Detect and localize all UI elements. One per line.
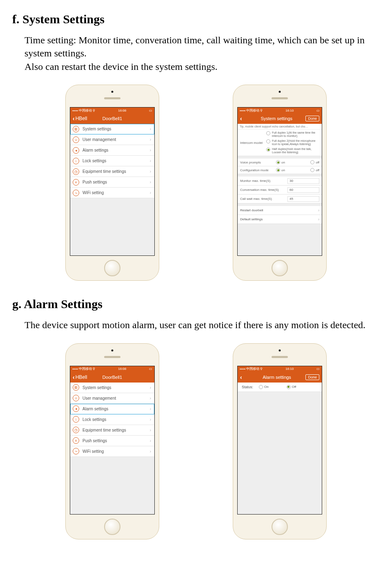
row-label: Push settings xyxy=(82,439,150,443)
config-mode-row: Configuration mode on off xyxy=(238,166,322,174)
section-g-body: The device support motion alarm, user ca… xyxy=(24,318,380,331)
battery-icon: ▭ xyxy=(149,367,152,371)
list-item-system-settings[interactable]: ⊞System settings› xyxy=(70,124,154,134)
config-mode-on[interactable]: on xyxy=(276,168,285,172)
nav-bar: ‹ HBell DoorBell1 xyxy=(70,113,154,124)
chevron-left-icon: ‹ xyxy=(240,374,242,380)
radio-off-icon xyxy=(310,168,314,172)
row-icon: ≡ xyxy=(73,437,79,444)
home-button[interactable] xyxy=(104,519,120,535)
list-item-wifi-setting[interactable]: ⏦WiFi setting› xyxy=(70,446,154,457)
tip-text: Tip, mobile client support echo cancella… xyxy=(238,124,322,130)
restart-doorbell-row[interactable]: Restart doorbell › xyxy=(238,206,322,215)
home-button[interactable] xyxy=(104,260,120,276)
back-button[interactable]: ‹ xyxy=(240,116,242,121)
done-button[interactable]: Done xyxy=(305,116,319,121)
list-item-push-settings[interactable]: ≡Push settings› xyxy=(70,177,154,188)
row-icon: ⏦ xyxy=(73,448,79,454)
list-item-alarm-settings[interactable]: ◂Alarm settings› xyxy=(70,404,154,414)
back-button[interactable]: ‹ xyxy=(240,374,242,380)
list-item-equipment-time-settings[interactable]: ◷Equipment time settings› xyxy=(70,166,154,177)
radio-icon xyxy=(266,131,270,135)
intercom-option-2[interactable]: Half duplex(Hold down the talk, Loosen t… xyxy=(266,148,319,154)
row-icon: ◂ xyxy=(73,405,79,412)
list-item-alarm-settings[interactable]: ◂Alarm settings› xyxy=(70,145,154,156)
voice-prompts-label: Voice prompts xyxy=(240,161,273,164)
back-label: HBell xyxy=(76,116,87,121)
conversation-time-input[interactable]: 60 xyxy=(287,187,319,193)
section-g-heading: g. Alarm Settings xyxy=(12,297,380,311)
chevron-right-icon: › xyxy=(150,148,151,152)
intercom-option-text: Full duplex 1(At the same time the inter… xyxy=(272,131,319,138)
voice-prompts-on[interactable]: on xyxy=(276,160,285,164)
radio-on-icon xyxy=(276,168,280,172)
intercom-option-text: Half duplex(Hold down the talk, Loosen t… xyxy=(272,148,319,154)
row-icon: ◷ xyxy=(73,427,79,433)
row-label: System settings xyxy=(82,127,150,131)
chevron-right-icon: › xyxy=(318,217,319,222)
status-bar: ••••• 中国移动 ⚲ 16:08 ▭ xyxy=(70,107,154,113)
list-item-system-settings[interactable]: ⊞System settings› xyxy=(70,383,154,393)
nav-bar: ‹ HBell DoorBell1 xyxy=(70,372,154,383)
status-time: 16:10 xyxy=(285,367,294,371)
list-item-push-settings[interactable]: ≡Push settings› xyxy=(70,436,154,446)
battery-icon: ▭ xyxy=(149,109,152,112)
back-button[interactable]: ‹ HBell xyxy=(73,116,87,121)
chevron-right-icon: › xyxy=(150,428,151,432)
home-button[interactable] xyxy=(272,519,288,535)
list-item-lock-settings[interactable]: ⌂Lock settings› xyxy=(70,156,154,166)
done-button[interactable]: Done xyxy=(305,374,319,380)
row-icon: ☺ xyxy=(73,395,79,401)
monitor-time-input[interactable]: 30 xyxy=(287,178,319,184)
voice-prompts-off[interactable]: off xyxy=(310,160,319,164)
config-mode-off[interactable]: off xyxy=(310,168,319,172)
default-settings-row[interactable]: Default settings › xyxy=(238,215,322,224)
battery-icon: ▭ xyxy=(316,367,320,371)
phone-speaker xyxy=(104,356,120,358)
carrier: ••••• 中国移动 ⚲ xyxy=(72,367,95,371)
list-item-wifi-setting[interactable]: ⏦WiFi setting› xyxy=(70,188,154,198)
intercom-option-0[interactable]: Full duplex 1(At the same time the inter… xyxy=(266,131,319,138)
intercom-model-row: Intercom model Full duplex 1(At the same… xyxy=(238,130,322,156)
phone-f1-screen: ••••• 中国移动 ⚲ 16:08 ▭ ‹ HBell DoorBell1 ⊞… xyxy=(70,107,155,256)
row-label: Push settings xyxy=(82,180,150,184)
chevron-right-icon: › xyxy=(150,449,151,454)
alarm-off-option[interactable]: Off xyxy=(287,385,296,389)
radio-icon xyxy=(259,385,263,389)
list-item-equipment-time-settings[interactable]: ◷Equipment time settings› xyxy=(70,425,154,436)
home-button[interactable] xyxy=(272,260,288,276)
chevron-right-icon: › xyxy=(150,137,151,142)
config-mode-label: Configuration mode xyxy=(240,168,273,172)
alarm-on-option[interactable]: On xyxy=(259,385,269,389)
chevron-right-icon: › xyxy=(318,208,319,213)
phone-f2-screen: ••••• 中国移动 ⚲ 16:10 ▭ ‹ System settings D… xyxy=(237,107,322,256)
battery-icon: ▭ xyxy=(316,109,320,112)
row-icon: ⌂ xyxy=(73,158,79,164)
list-item-lock-settings[interactable]: ⌂Lock settings› xyxy=(70,414,154,425)
row-label: Lock settings xyxy=(82,159,150,163)
settings-list: ⊞System settings›☺User management›◂Alarm… xyxy=(70,124,154,255)
nav-bar: ‹ Alarm settings Done xyxy=(238,372,322,383)
row-icon: ◂ xyxy=(73,147,79,154)
phone-g1-screen: ••••• 中国移动 ⚲ 16:08 ▭ ‹ HBell DoorBell1 ⊞… xyxy=(70,366,155,515)
chevron-right-icon: › xyxy=(150,439,151,443)
back-button[interactable]: ‹ HBell xyxy=(73,374,87,380)
row-label: WiFi setting xyxy=(82,449,150,454)
row-icon: ≡ xyxy=(73,179,79,186)
monitor-time-row: Monitor max. time(S) 30 xyxy=(238,177,322,186)
carrier: ••••• 中国移动 ⚲ xyxy=(240,108,263,113)
radio-on-icon xyxy=(287,385,291,389)
callwait-time-input[interactable]: 45 xyxy=(287,196,319,202)
monitor-time-label: Monitor max. time(S) xyxy=(240,179,285,183)
intercom-option-1[interactable]: Full duplex 2(Hold the microphone icon t… xyxy=(266,139,319,146)
list-item-user-management[interactable]: ☺User management› xyxy=(70,134,154,145)
status-time: 16:08 xyxy=(118,109,126,112)
alarm-status-row: Status: On Off xyxy=(238,383,322,392)
conversation-time-row: Conversation max. time(S) 60 xyxy=(238,186,322,195)
chevron-right-icon: › xyxy=(150,127,151,131)
intercom-option-text: Full duplex 2(Hold the microphone icon t… xyxy=(272,139,319,146)
row-icon: ⊞ xyxy=(73,384,79,391)
nav-title: Alarm settings xyxy=(263,375,291,380)
chevron-left-icon: ‹ xyxy=(240,116,242,121)
list-item-user-management[interactable]: ☺User management› xyxy=(70,393,154,404)
